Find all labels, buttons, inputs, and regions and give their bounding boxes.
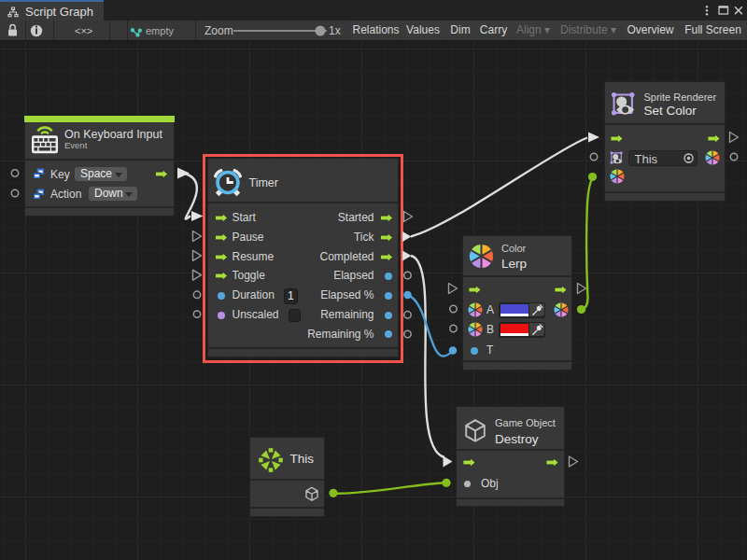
svg-text:<×>: <×> <box>75 25 92 36</box>
svg-text:1x: 1x <box>329 24 341 37</box>
svg-text:Zoom: Zoom <box>204 24 233 37</box>
svg-text:empty: empty <box>146 25 174 36</box>
